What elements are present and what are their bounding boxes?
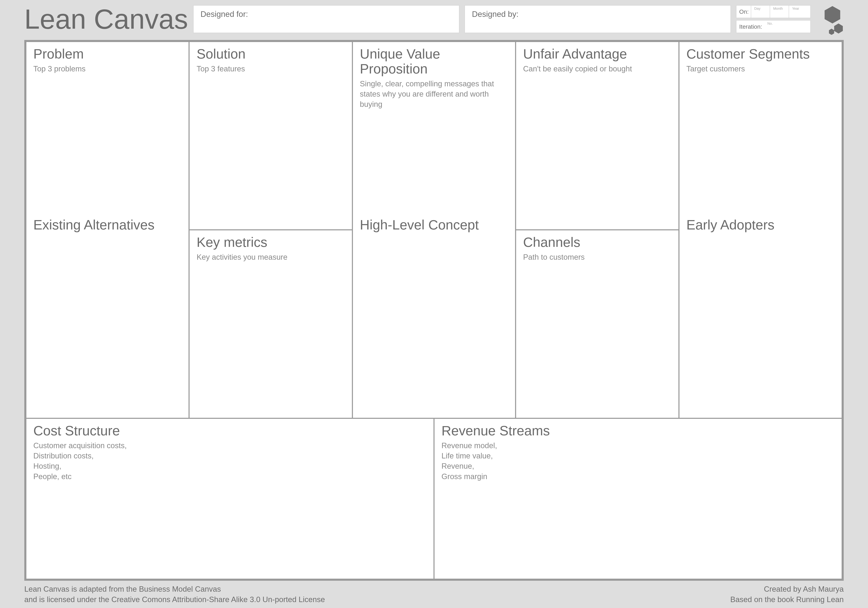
canvas-lower-row: Cost Structure Customer acquisition cost… bbox=[26, 418, 842, 578]
hexagon-logo-icon bbox=[816, 5, 844, 33]
existing-alternatives-title: Existing Alternatives bbox=[33, 218, 155, 232]
meta-column: On: Day Month Year Iteration: No. bbox=[736, 5, 811, 33]
early-adopters-title: Early Adopters bbox=[687, 218, 774, 232]
key-metrics-desc: Key activities you measure bbox=[197, 252, 345, 262]
key-metrics-cell[interactable]: Key metrics Key activities you measure bbox=[189, 230, 352, 418]
problem-desc: Top 3 problems bbox=[33, 64, 181, 74]
canvas-upper-row: Problem Top 3 problems Existing Alternat… bbox=[26, 42, 842, 418]
customer-segments-title: Customer Segments bbox=[687, 47, 835, 62]
on-day: Day bbox=[751, 6, 770, 18]
canvas-wrap: Problem Top 3 problems Existing Alternat… bbox=[24, 40, 844, 605]
cost-structure-desc: Customer acquisition costs, Distribution… bbox=[33, 440, 426, 482]
designed-by-field[interactable]: Designed by: bbox=[465, 5, 731, 33]
problem-cell[interactable]: Problem Top 3 problems Existing Alternat… bbox=[26, 42, 189, 418]
unfair-advantage-cell[interactable]: Unfair Advantage Can't be easily copied … bbox=[516, 42, 678, 230]
lean-canvas: Problem Top 3 problems Existing Alternat… bbox=[24, 40, 844, 581]
customer-segments-desc: Target customers bbox=[687, 64, 835, 74]
svg-marker-2 bbox=[829, 29, 834, 35]
customer-segments-cell[interactable]: Customer Segments Target customers Early… bbox=[679, 42, 842, 418]
solution-cell[interactable]: Solution Top 3 features bbox=[189, 42, 352, 230]
svg-marker-0 bbox=[825, 6, 840, 23]
solution-title: Solution bbox=[197, 47, 345, 62]
designed-for-field[interactable]: Designed for: bbox=[193, 5, 460, 33]
uvp-title: Unique Value Proposition bbox=[360, 47, 508, 76]
on-date-field[interactable]: On: Day Month Year bbox=[736, 5, 811, 18]
cost-structure-title: Cost Structure bbox=[33, 423, 426, 438]
revenue-streams-title: Revenue Streams bbox=[442, 423, 835, 438]
high-level-concept-title: High-Level Concept bbox=[360, 218, 479, 232]
solution-column: Solution Top 3 features Key metrics Key … bbox=[189, 42, 353, 418]
page-title: Lean Canvas bbox=[24, 5, 188, 33]
header: Lean Canvas Designed for: Designed by: O… bbox=[24, 5, 844, 40]
uvp-desc: Single, clear, compelling messages that … bbox=[360, 79, 508, 109]
channels-title: Channels bbox=[523, 235, 671, 250]
iteration-no: No. bbox=[764, 20, 808, 33]
channels-cell[interactable]: Channels Path to customers bbox=[516, 230, 678, 418]
advantage-column: Unfair Advantage Can't be easily copied … bbox=[516, 42, 679, 418]
footer-credit: Created by Ash Maurya Based on the book … bbox=[730, 584, 844, 605]
cost-structure-cell[interactable]: Cost Structure Customer acquisition cost… bbox=[26, 419, 434, 578]
on-month: Month bbox=[770, 6, 789, 18]
channels-desc: Path to customers bbox=[523, 252, 671, 262]
revenue-streams-cell[interactable]: Revenue Streams Revenue model, Life time… bbox=[434, 419, 842, 578]
revenue-streams-desc: Revenue model, Life time value, Revenue,… bbox=[442, 440, 835, 482]
solution-desc: Top 3 features bbox=[197, 64, 345, 74]
svg-marker-1 bbox=[834, 23, 843, 34]
on-year: Year bbox=[789, 6, 808, 18]
unfair-advantage-title: Unfair Advantage bbox=[523, 47, 671, 62]
iteration-field[interactable]: Iteration: No. bbox=[736, 20, 811, 33]
footer: Lean Canvas is adapted from the Business… bbox=[24, 581, 844, 605]
footer-license: Lean Canvas is adapted from the Business… bbox=[24, 584, 325, 605]
unfair-advantage-desc: Can't be easily copied or bought bbox=[523, 64, 671, 74]
key-metrics-title: Key metrics bbox=[197, 235, 345, 250]
iteration-label: Iteration: bbox=[739, 23, 762, 30]
problem-title: Problem bbox=[33, 47, 181, 62]
on-label: On: bbox=[739, 8, 749, 15]
uvp-cell[interactable]: Unique Value Proposition Single, clear, … bbox=[353, 42, 516, 418]
